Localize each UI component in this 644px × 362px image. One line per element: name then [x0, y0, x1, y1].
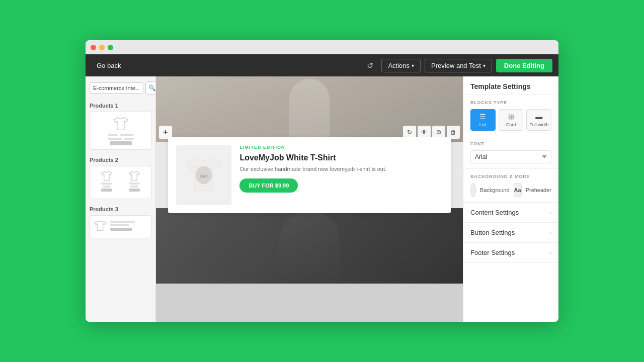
fullwidth-icon: ▬: [535, 113, 542, 121]
main-canvas: ↻ 👁 ⧉ 🗑 +: [156, 76, 463, 322]
background-section: BACKGROUND & MORE Background Aa Preheade…: [463, 169, 558, 203]
products-3-label: Products 3: [90, 206, 151, 212]
products-2-label: Products 2: [90, 157, 151, 163]
product-card-content: LIMITED EDITION LoveMyJob White T-Shirt …: [239, 145, 442, 205]
product-template-2[interactable]: [90, 166, 151, 199]
email-top-image[interactable]: ↻ 👁 ⧉ 🗑 +: [156, 76, 463, 142]
product-3-thumb: [93, 220, 148, 232]
card-icon: ⊞: [508, 113, 514, 121]
left-sidebar: E-commerce Inte... 🔍 Products 1: [86, 76, 156, 322]
button-settings-chevron-icon: ›: [549, 230, 551, 236]
bg-more-row: Background Aa Preheader: [470, 183, 551, 197]
blocks-type-row: ☰ List ⊞ Card ▬ Full width: [470, 109, 551, 131]
preheader-label: Preheader: [526, 187, 551, 193]
background-label: Background: [480, 187, 510, 193]
done-editing-button[interactable]: Done Editing: [496, 59, 552, 72]
duplicate-icon-button[interactable]: ⧉: [432, 126, 445, 139]
blocks-type-section: BLOCKS TYPE ☰ List ⊞ Card ▬ Full width: [463, 95, 558, 136]
history-icon-button[interactable]: ↺: [363, 58, 377, 73]
email-bottom-image[interactable]: [156, 208, 463, 284]
footer-settings-item[interactable]: Footer Settings ›: [463, 243, 558, 263]
product-badge: LIMITED EDITION: [239, 145, 442, 150]
dot-green-browser[interactable]: [108, 45, 113, 50]
category-dropdown[interactable]: E-commerce Inte...: [90, 82, 143, 94]
template-settings-header: Template Settings: [463, 76, 558, 95]
fullwidth-block-button[interactable]: ▬ Full width: [526, 109, 551, 131]
app-body: E-commerce Inte... 🔍 Products 1: [86, 76, 558, 322]
actions-chevron-icon: ▾: [412, 63, 414, 68]
go-back-button[interactable]: Go back: [92, 59, 126, 72]
svg-text:Love: Love: [200, 174, 208, 178]
card-block-button[interactable]: ⊞ Card: [499, 109, 524, 131]
list-icon: ☰: [479, 113, 486, 121]
font-select[interactable]: Arial Georgia Helvetica Verdana Times Ne…: [470, 150, 551, 163]
product-2-thumb: [93, 170, 148, 192]
list-block-button[interactable]: ☰ List: [470, 109, 496, 131]
footer-settings-chevron-icon: ›: [549, 250, 551, 256]
browser-window: Go back ↺ Actions ▾ Preview and Test ▾ D…: [86, 40, 558, 322]
email-preview: ↻ 👁 ⧉ 🗑 +: [156, 76, 463, 284]
background-color-picker[interactable]: [470, 183, 476, 197]
product-template-1[interactable]: [90, 112, 151, 150]
product-template-3[interactable]: [90, 215, 151, 238]
font-label: FONT: [470, 141, 551, 146]
delete-icon-button[interactable]: 🗑: [447, 126, 460, 139]
font-section: FONT Arial Georgia Helvetica Verdana Tim…: [463, 136, 558, 169]
preview-button[interactable]: Preview and Test ▾: [425, 59, 492, 72]
bg-more-label: BACKGROUND & MORE: [470, 174, 551, 179]
sidebar-search-row: E-commerce Inte... 🔍: [90, 81, 151, 95]
button-settings-item[interactable]: Button Settings ›: [463, 223, 558, 243]
product-card-image: Love: [176, 145, 231, 205]
actions-button[interactable]: Actions ▾: [381, 59, 421, 72]
blocks-type-label: BLOCKS TYPE: [470, 100, 551, 105]
browser-titlebar: [86, 40, 558, 54]
eye-icon-button[interactable]: 👁: [418, 126, 431, 139]
right-sidebar: Template Settings BLOCKS TYPE ☰ List ⊞ C…: [463, 76, 558, 322]
product-desc: Our exclusive handmade brand new lovemyj…: [239, 165, 442, 173]
sidebar-search-button[interactable]: 🔍: [145, 81, 156, 95]
rotate-icon-button[interactable]: ↻: [403, 126, 416, 139]
buy-button[interactable]: BUY FOR $9.99: [239, 178, 298, 193]
product-1-thumb: [93, 116, 148, 131]
add-block-button[interactable]: +: [159, 126, 172, 139]
dot-red[interactable]: [91, 45, 96, 50]
product-card: Love LIMITED EDITION LoveMyJob White T-S…: [168, 137, 450, 213]
email-top-image-wrapper: ↻ 👁 ⧉ 🗑 +: [156, 76, 463, 142]
product-1-lines: [93, 134, 148, 145]
products-1-label: Products 1: [90, 103, 151, 109]
dot-yellow[interactable]: [99, 45, 105, 50]
product-title: LoveMyJob White T-Shirt: [239, 153, 442, 162]
content-settings-chevron-icon: ›: [549, 210, 551, 216]
preview-chevron-icon: ▾: [483, 63, 486, 68]
preheader-button[interactable]: Aa: [514, 183, 522, 197]
app-toolbar: Go back ↺ Actions ▾ Preview and Test ▾ D…: [86, 54, 558, 76]
content-settings-item[interactable]: Content Settings ›: [463, 203, 558, 223]
